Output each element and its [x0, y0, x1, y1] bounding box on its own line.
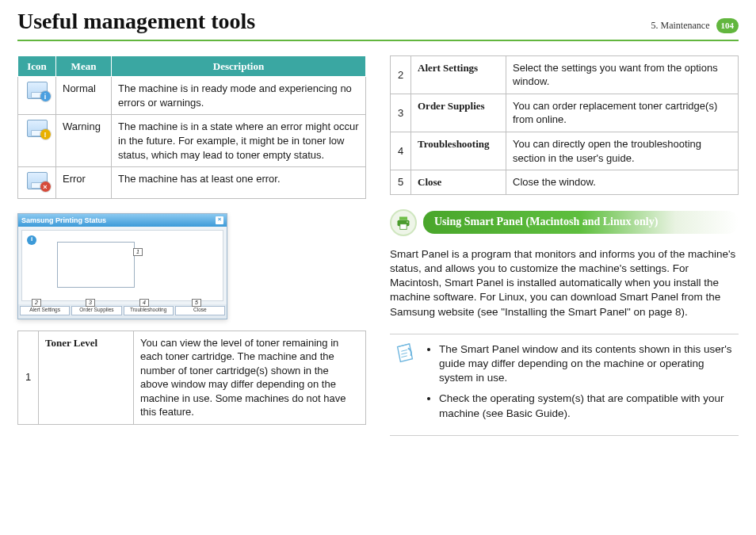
right-column: 2 Alert Settings Select the settings you… [390, 55, 739, 436]
table-row: 2 Alert Settings Select the settings you… [391, 55, 739, 94]
table-row: 1 Toner Level You can view the level of … [18, 331, 366, 424]
note-block: The Smart Panel window and its contents … [390, 334, 739, 436]
printer-warning-icon: ! [27, 120, 48, 137]
toner-gauge-area [57, 242, 135, 288]
callout-5: 5 [192, 299, 201, 307]
status-icon-table: Icon Mean Description i Normal The machi [17, 55, 366, 199]
printing-status-screenshot: Samsung Printing Status × i 1 2 3 4 5 Al… [17, 213, 227, 319]
feature-number: 3 [391, 94, 411, 132]
feature-name: Troubleshooting [411, 132, 506, 170]
status-warning-badge-icon: ! [40, 129, 51, 139]
feature-desc: Close the window. [506, 170, 739, 195]
chapter-label: 5. Maintenance [651, 19, 710, 32]
printer-icon [390, 209, 417, 236]
feature-number: 4 [391, 132, 411, 170]
feature-number: 2 [391, 55, 411, 94]
note-item: Check the operating system(s) that are c… [439, 392, 735, 420]
printer-normal-icon: i [27, 82, 48, 99]
close-icon: × [216, 216, 223, 224]
callout-1: 1 [133, 248, 143, 256]
status-ok-badge-icon: i [40, 91, 51, 101]
feature-name: Order Supplies [411, 94, 506, 132]
feature-name: Toner Level [39, 331, 134, 424]
page: Useful management tools 5. Maintenance 1… [0, 0, 756, 535]
page-header: Useful management tools 5. Maintenance 1… [17, 6, 739, 41]
feature-table-right: 2 Alert Settings Select the settings you… [390, 55, 739, 195]
callout-4: 4 [139, 299, 149, 307]
feature-name: Alert Settings [411, 55, 506, 94]
section-heading: Using Smart Panel (Macintosh and Linux o… [390, 209, 739, 236]
status-mean: Normal [56, 77, 112, 115]
header-meta: 5. Maintenance 104 [651, 18, 739, 33]
status-desc: The machine is in ready mode and experie… [112, 77, 366, 115]
window-title: Samsung Printing Status [21, 216, 106, 225]
status-desc: The machine is in a state where an error… [112, 115, 366, 167]
close-button: Close [175, 306, 225, 315]
col-mean: Mean [56, 55, 112, 77]
section-title: Using Smart Panel (Macintosh and Linux o… [423, 211, 739, 234]
feature-desc: You can directly open the troubleshootin… [506, 132, 739, 170]
note-item: The Smart Panel window and its contents … [439, 342, 735, 386]
table-row: 3 Order Supplies You can order replaceme… [391, 94, 739, 132]
status-error-badge-icon: × [40, 182, 51, 192]
feature-name: Close [411, 170, 506, 195]
printer-error-icon: × [27, 172, 48, 189]
order-supplies-button: Order Supplies [71, 306, 121, 315]
feature-desc: You can view the level of toner remainin… [134, 331, 366, 424]
status-mean: Warning [56, 115, 112, 167]
alert-settings-button: Alert Settings [20, 306, 70, 315]
col-desc: Description [112, 55, 366, 77]
page-number-badge: 104 [716, 18, 739, 33]
window-titlebar: Samsung Printing Status × [18, 214, 227, 227]
note-list: The Smart Panel window and its contents … [428, 342, 735, 427]
svg-point-3 [407, 221, 408, 223]
status-mean: Error [56, 167, 112, 199]
feature-desc: Select the settings you want from the op… [506, 55, 739, 94]
feature-desc: You can order replacement toner cartridg… [506, 94, 739, 132]
callout-3: 3 [86, 299, 95, 307]
info-icon: i [27, 235, 36, 245]
table-row: 4 Troubleshooting You can directly open … [391, 132, 739, 170]
smart-panel-description: Smart Panel is a program that monitors a… [390, 247, 739, 319]
feature-number: 1 [18, 331, 39, 424]
feature-table-left: 1 Toner Level You can view the level of … [17, 331, 366, 425]
status-desc: The machine has at least one error. [112, 167, 366, 199]
window-body: i 1 2 3 4 5 [21, 230, 223, 301]
svg-rect-2 [400, 224, 407, 229]
feature-number: 5 [391, 170, 411, 195]
left-column: Icon Mean Description i Normal The machi [17, 55, 366, 436]
page-title: Useful management tools [17, 6, 255, 36]
col-icon: Icon [18, 55, 56, 77]
table-row: ! Warning The machine is in a state wher… [18, 115, 366, 167]
note-icon [393, 342, 417, 366]
callout-2: 2 [32, 299, 41, 307]
table-row: i Normal The machine is in ready mode an… [18, 77, 366, 115]
table-row: 5 Close Close the window. [391, 170, 739, 195]
svg-rect-0 [399, 216, 407, 220]
table-row: × Error The machine has at least one err… [18, 167, 366, 199]
troubleshooting-button: Troubleshooting [124, 306, 174, 315]
